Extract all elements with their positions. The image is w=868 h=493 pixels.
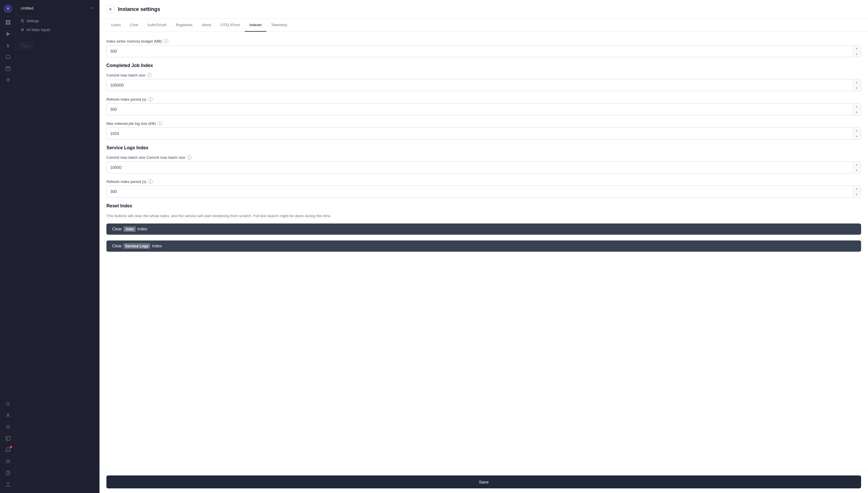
svg-rect-21 [6,461,10,462]
refresh-index-period-increment[interactable]: ▲ [853,104,861,110]
service-commit-max-label: Commit max batch size Commit max batch s… [106,155,861,159]
max-indexed-job-log-input[interactable] [107,128,852,138]
clear-jobs-index-button[interactable]: Clear Jobs Index [106,223,861,235]
service-refresh-spinner: ▲ ▼ [852,186,861,197]
sidebar-logo [3,3,13,14]
settings-label: Settings [26,19,39,23]
clear-jobs-highlight: Jobs [123,227,135,232]
commit-max-batch-input[interactable] [107,80,852,90]
sidebar-item-add[interactable] [3,75,13,85]
refresh-index-period-label: Refresh index period (s) ℹ [106,97,861,102]
commit-max-batch-info-icon[interactable]: ℹ [147,73,152,78]
tab-auth-oauth[interactable]: Auth/OAuth [143,19,171,31]
sidebar: $ [0,0,16,493]
service-commit-max-input[interactable] [107,162,852,173]
tab-users[interactable]: Users [106,19,125,31]
sidebar-item-users[interactable] [3,410,13,421]
refresh-index-period-spinner: ▲ ▼ [852,104,861,115]
commit-max-batch-input-wrapper: ▲ ▼ [106,79,861,91]
settings-row[interactable]: ☰ Settings [16,16,99,25]
refresh-index-period-input[interactable] [107,104,852,114]
sidebar-item-search[interactable] [3,399,13,409]
index-writer-info-icon[interactable]: ℹ [164,39,168,43]
clear-jobs-suffix: Index [137,227,147,231]
service-refresh-field-group: Refresh index period (s) ℹ ▲ ▼ [106,179,861,198]
tab-otel-prom[interactable]: OTEL/Prom [216,19,245,31]
left-panel: Untitled ✏ ☰ Settings ⚙ All Static Input… [16,0,100,493]
service-commit-max-info-icon[interactable]: ℹ [187,155,192,159]
service-refresh-input-wrapper: ▲ ▼ [106,186,861,198]
index-writer-spinner: ▲ ▼ [852,45,861,57]
clear-service-logs-index-button[interactable]: Clear Service Logs Index [106,240,861,252]
refresh-index-period-info-icon[interactable]: ℹ [148,97,153,102]
sidebar-item-notifications[interactable] [3,445,13,455]
svg-rect-12 [6,80,10,80]
svg-rect-3 [8,20,10,22]
sidebar-item-settings[interactable] [3,422,13,432]
index-writer-increment[interactable]: ▲ [853,45,861,51]
service-refresh-info-icon[interactable]: ℹ [148,179,153,184]
svg-rect-7 [6,67,10,70]
clear-service-suffix: Index [152,244,161,248]
max-indexed-job-log-increment[interactable]: ▲ [853,128,861,134]
all-static-inputs-icon: ⚙ [21,28,24,32]
reset-index-section: Reset Index This buttons will clear the … [106,203,861,259]
modal-footer: Save [100,471,868,493]
svg-point-13 [6,402,9,405]
modal-header: ✕ Instance settings [100,0,868,19]
tab-telemetry[interactable]: Telemetry [266,19,291,31]
sidebar-item-integrations[interactable] [3,433,13,444]
max-indexed-job-log-field-group: Max indexed job log size (KB) ℹ ▲ ▼ [106,121,861,140]
tab-core[interactable]: Core [125,19,143,31]
sidebar-item-dashboard[interactable] [3,17,13,28]
max-indexed-job-log-label: Max indexed job log size (KB) ℹ [106,121,861,126]
max-indexed-job-log-decrement[interactable]: ▼ [853,134,861,140]
commit-max-batch-increment[interactable]: ▲ [853,79,861,85]
all-static-inputs-row[interactable]: ⚙ All Static Inputs [16,25,99,34]
svg-point-15 [7,414,9,415]
index-writer-decrement[interactable]: ▼ [853,51,861,57]
service-commit-max-input-wrapper: ▲ ▼ [106,162,861,173]
service-commit-max-increment[interactable]: ▲ [853,162,861,168]
sidebar-item-help[interactable] [3,468,13,478]
service-commit-max-decrement[interactable]: ▼ [853,168,861,173]
sidebar-item-plugins[interactable] [3,52,13,62]
modal-body: Index writer memory budget (MB) ℹ ▲ ▼ Co… [100,32,868,471]
index-writer-input[interactable] [107,46,852,56]
index-writer-field-group: Index writer memory budget (MB) ℹ ▲ ▼ [106,39,861,57]
sidebar-item-export[interactable] [3,479,13,490]
svg-point-1 [6,7,10,10]
settings-icon: ☰ [21,19,24,23]
commit-max-batch-decrement[interactable]: ▼ [853,85,861,91]
commit-max-batch-label: Commit max batch size ℹ [106,73,861,78]
sidebar-item-billing[interactable]: $ [3,40,13,51]
left-panel-header: Untitled ✏ [16,0,99,16]
svg-rect-20 [6,460,10,460]
service-refresh-decrement[interactable]: ▼ [853,192,861,198]
sidebar-item-play[interactable] [3,29,13,39]
commit-max-batch-spinner: ▲ ▼ [852,79,861,91]
clear-jobs-label: Clear [112,227,122,231]
service-commit-max-field-group: Commit max batch size Commit max batch s… [106,155,861,173]
refresh-index-period-decrement[interactable]: ▼ [853,110,861,115]
clear-service-highlight: Service Logs [123,243,150,249]
index-writer-input-wrapper: ▲ ▼ [106,45,861,57]
save-button[interactable]: Save [106,475,861,488]
sidebar-item-menu[interactable] [3,456,13,467]
svg-point-24 [8,474,8,475]
tab-indexer[interactable]: Indexer [245,19,266,31]
tab-registries[interactable]: Registries [171,19,197,31]
clear-service-label: Clear [112,244,122,248]
max-indexed-job-log-input-wrapper: ▲ ▼ [106,127,861,140]
service-refresh-input[interactable] [107,186,852,197]
edit-icon[interactable]: ✏ [91,6,95,10]
service-refresh-increment[interactable]: ▲ [853,186,861,192]
max-indexed-job-log-info-icon[interactable]: ℹ [158,121,162,126]
refresh-index-period-field-group: Refresh index period (s) ℹ ▲ ▼ [106,97,861,115]
modal-close-button[interactable]: ✕ [106,5,114,13]
sidebar-item-calendar[interactable] [3,63,13,73]
svg-marker-6 [7,32,10,36]
tab-alerts[interactable]: Alerts [197,19,216,31]
reset-index-header: Reset Index [106,203,861,209]
service-commit-max-spinner: ▲ ▼ [852,162,861,173]
